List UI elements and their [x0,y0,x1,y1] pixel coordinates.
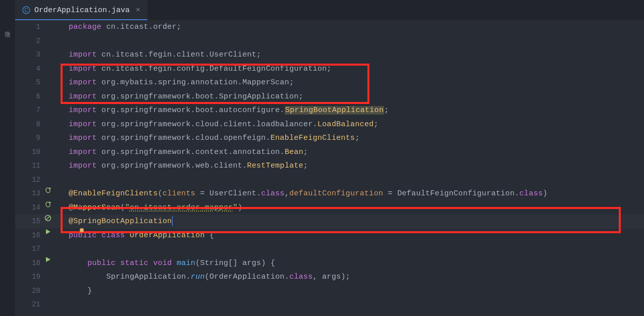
code-content: import org.springframework.boot.SpringAp… [52,90,303,104]
code-line[interactable]: 12 [15,173,644,187]
line-number: 9 [15,131,43,145]
tab-filename: OrderApplication.java [34,6,130,15]
code-line[interactable]: 9import org.springframework.cloud.openfe… [15,131,644,145]
code-content: public static void main(String[] args) { [52,256,275,271]
line-number: 14 [15,201,43,215]
code-line[interactable]: 1package cn.itcast.order; [15,20,644,34]
svg-text:C: C [24,8,28,13]
code-content: import org.mybatis.spring.annotation.Map… [52,76,294,90]
side-strip: 微 [0,0,15,316]
tab-bar: C OrderApplication.java × [15,0,644,20]
tab-active[interactable]: C OrderApplication.java × [15,0,147,20]
editor[interactable]: 1package cn.itcast.order;23import cn.itc… [15,20,644,316]
code-content: package cn.itcast.order; [52,20,181,34]
code-line[interactable]: 21 [15,298,644,312]
run-icon[interactable] [45,256,51,262]
line-number: 3 [15,48,43,62]
code-line[interactable]: 5import org.mybatis.spring.annotation.Ma… [15,76,644,90]
code-line[interactable]: 10import org.springframework.context.ann… [15,145,644,160]
line-number: 8 [15,118,43,132]
run-icon[interactable] [45,229,51,235]
code-line[interactable]: 4import cn.itcast.fegin.config.DefaultFe… [15,62,644,76]
line-number: 10 [15,145,43,160]
bean-icon[interactable] [44,187,51,194]
code-content: import cn.itcast.fegin.client.UserClient… [52,48,261,62]
code-line[interactable]: 18 public static void main(String[] args… [15,256,644,271]
code-line[interactable]: 11import org.springframework.web.client.… [15,159,644,173]
code-content: import org.springframework.context.annot… [52,145,308,160]
line-number: 7 [15,103,43,118]
code-line[interactable]: 16public class OrderApplication { [15,229,644,243]
code-line[interactable]: 3import cn.itcast.fegin.client.UserClien… [15,48,644,62]
code-line[interactable]: 17 [15,242,644,256]
code-content: import org.springframework.boot.autoconf… [52,103,389,118]
line-number: 1 [15,20,43,34]
code-line[interactable]: 15@SpringBootApplication [15,215,644,229]
line-number: 20 [15,284,43,298]
gutter[interactable] [43,215,52,222]
side-strip-label: 微 [5,30,11,39]
forbid-icon[interactable] [44,215,51,222]
code-content: import cn.itcast.fegin.config.DefaultFei… [52,62,332,76]
line-number: 17 [15,242,43,256]
code-content: @MapperScan("cn.itcast.order.mapper") [52,201,242,215]
code-line[interactable]: 20 } [15,284,644,298]
line-number: 11 [15,159,43,173]
code-content: public class OrderApplication { [52,229,214,243]
code-content: import org.springframework.cloud.client.… [52,118,379,132]
code-line[interactable]: 14@MapperScan("cn.itcast.order.mapper") [15,201,644,215]
line-number: 18 [15,256,43,271]
code-line[interactable]: 6import org.springframework.boot.SpringA… [15,90,644,104]
code-content: @SpringBootApplication [52,215,173,229]
code-content: SpringApplication.run(OrderApplication.c… [52,270,350,284]
code-line[interactable]: 8import org.springframework.cloud.client… [15,118,644,132]
line-number: 4 [15,62,43,76]
code-content: } [52,284,92,298]
line-number: 12 [15,173,43,187]
code-content: import org.springframework.cloud.openfei… [52,131,360,145]
svg-point-3 [49,187,50,189]
line-number: 5 [15,76,43,90]
code-line[interactable]: 19 SpringApplication.run(OrderApplicatio… [15,270,644,284]
gutter[interactable] [43,201,52,208]
line-number: 19 [15,270,43,284]
gutter[interactable] [43,187,52,194]
line-number: 16 [15,229,43,243]
svg-point-5 [49,201,50,203]
warning-dot-icon [80,228,84,232]
line-number: 2 [15,34,43,48]
code-line[interactable]: 7import org.springframework.boot.autocon… [15,103,644,118]
svg-line-7 [46,216,50,220]
code-content: @EnableFeignClients(clients = UserClient… [52,187,548,201]
line-number: 13 [15,187,43,201]
close-icon[interactable]: × [134,6,140,15]
code-content: import org.springframework.web.client.Re… [52,159,308,173]
gutter[interactable] [43,229,52,235]
gutter[interactable] [43,256,52,262]
line-number: 21 [15,298,43,312]
text-cursor [172,216,173,226]
java-class-icon: C [22,6,30,14]
code-line[interactable]: 13@EnableFeignClients(clients = UserClie… [15,187,644,201]
bean-icon[interactable] [44,201,51,208]
code-line[interactable]: 2 [15,34,644,48]
line-number: 15 [15,215,43,229]
line-number: 6 [15,90,43,104]
editor-lines: 1package cn.itcast.order;23import cn.itc… [15,20,644,312]
